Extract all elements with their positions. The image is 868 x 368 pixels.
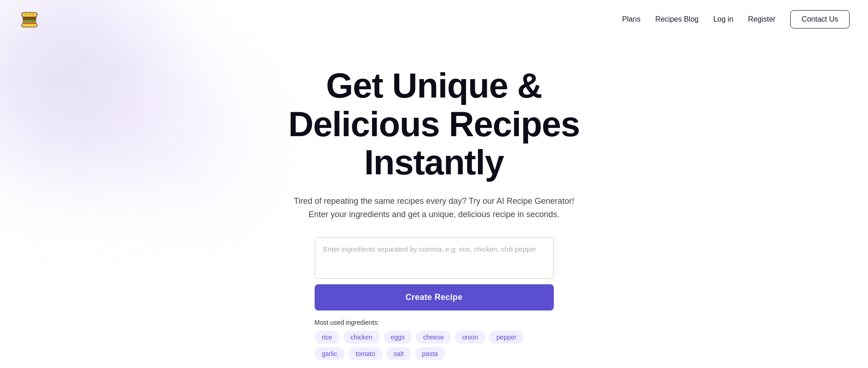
hero-section: Get Unique & Delicious Recipes Instantly…	[0, 39, 868, 368]
svg-point-7	[32, 14, 34, 15]
ingredient-tags-container: ricechickeneggscheeseonionpeppergarlicto…	[315, 331, 554, 360]
ingredient-tag-pepper[interactable]: pepper	[489, 331, 524, 344]
hero-subtitle: Tired of repeating the same recipes ever…	[292, 195, 577, 221]
svg-point-5	[25, 14, 28, 15]
svg-rect-4	[22, 23, 37, 27]
ingredient-input[interactable]	[315, 237, 554, 279]
ingredient-tag-onion[interactable]: onion	[455, 331, 485, 344]
nav-login[interactable]: Log in	[713, 15, 734, 23]
nav-plans[interactable]: Plans	[622, 15, 640, 23]
nav-recipes-blog[interactable]: Recipes Blog	[655, 15, 698, 23]
nav-links: Plans Recipes Blog Log in Register Conta…	[622, 10, 850, 29]
navbar: Plans Recipes Blog Log in Register Conta…	[0, 0, 868, 39]
hero-title: Get Unique & Delicious Recipes Instantly	[273, 66, 595, 182]
burger-icon	[18, 8, 40, 30]
ingredient-tag-eggs[interactable]: eggs	[384, 331, 412, 344]
nav-register[interactable]: Register	[748, 15, 776, 23]
ingredient-tag-salt[interactable]: salt	[386, 347, 411, 360]
logo[interactable]	[18, 8, 40, 30]
ingredient-tag-pasta[interactable]: pasta	[415, 347, 445, 360]
contact-us-button[interactable]: Contact Us	[790, 10, 850, 29]
svg-point-6	[29, 13, 31, 14]
svg-rect-2	[23, 20, 36, 22]
ingredient-tag-rice[interactable]: rice	[315, 331, 340, 344]
most-used-ingredients-section: Most used ingredients: ricechickeneggsch…	[315, 319, 554, 360]
svg-rect-1	[23, 17, 36, 20]
ingredient-tag-tomato[interactable]: tomato	[348, 347, 383, 360]
create-recipe-button[interactable]: Create Recipe	[315, 284, 554, 310]
ingredient-tag-garlic[interactable]: garlic	[315, 347, 345, 360]
ingredient-tag-chicken[interactable]: chicken	[343, 331, 379, 344]
ingredients-label: Most used ingredients:	[315, 319, 554, 326]
ingredient-tag-cheese[interactable]: cheese	[416, 331, 451, 344]
